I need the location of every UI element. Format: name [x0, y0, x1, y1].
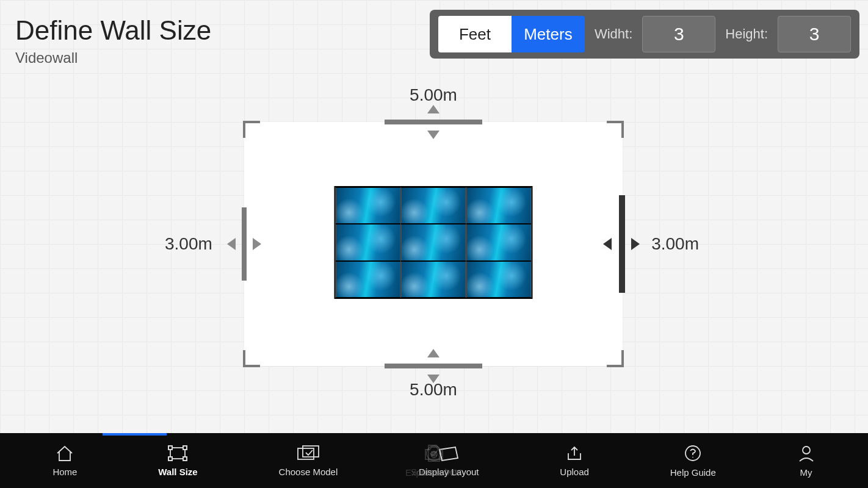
videowall-preview	[335, 186, 533, 299]
arrow-up-icon[interactable]	[427, 105, 439, 113]
active-tab-indicator	[103, 433, 167, 436]
width-input[interactable]: 3	[642, 16, 715, 52]
arrow-right-icon[interactable]	[631, 238, 640, 250]
nav-choose-model-label: Choose Model	[279, 467, 338, 477]
nav-upload[interactable]: Upload	[560, 445, 589, 477]
choose-model-icon	[297, 445, 320, 462]
display-panel	[466, 261, 532, 298]
dim-width-bottom: 5.00m	[410, 380, 457, 400]
page-title: Define Wall Size	[15, 15, 211, 46]
nav-home-label: Home	[52, 467, 77, 477]
display-panel	[466, 224, 532, 260]
corner-bottom-left[interactable]	[243, 350, 260, 367]
display-panel	[401, 261, 466, 298]
nav-save-label: Save	[424, 467, 444, 478]
save-icon	[425, 444, 443, 462]
nav-wall-size-label: Wall Size	[158, 467, 197, 477]
display-panel	[466, 187, 532, 224]
wall-rectangle[interactable]	[244, 122, 623, 366]
edge-handle-bottom[interactable]	[385, 364, 482, 368]
edge-handle-right[interactable]	[619, 195, 625, 293]
help-icon	[684, 444, 702, 462]
dim-width-top: 5.00m	[410, 85, 457, 105]
svg-rect-10	[303, 446, 319, 457]
display-panel	[401, 187, 466, 224]
dim-height-right: 3.00m	[651, 234, 699, 254]
nav-home[interactable]: Home	[52, 445, 77, 477]
unit-toggle: Feet Meters	[438, 16, 585, 52]
svg-rect-9	[298, 448, 314, 459]
arrow-right-inner-icon[interactable]	[253, 238, 261, 250]
wall-size-controls: Feet Meters Widht: 3 Height: 3	[430, 10, 859, 59]
edge-handle-left[interactable]	[242, 207, 247, 281]
corner-top-right[interactable]	[607, 121, 624, 138]
nav-help-guide[interactable]: Help Guide	[670, 444, 716, 478]
arrow-left-inner-icon[interactable]	[603, 238, 612, 250]
wall-size-icon	[167, 445, 188, 462]
home-icon	[55, 445, 74, 462]
unit-meters-button[interactable]: Meters	[512, 16, 585, 52]
user-icon	[797, 444, 816, 462]
svg-point-12	[427, 446, 441, 461]
display-panel	[336, 261, 401, 298]
unit-feet-button[interactable]: Feet	[438, 16, 512, 52]
nav-help-guide-label: Help Guide	[670, 467, 716, 478]
height-input[interactable]: 3	[778, 16, 851, 52]
corner-bottom-right[interactable]	[607, 350, 624, 367]
display-panel	[336, 224, 401, 260]
nav-choose-model[interactable]: Choose Model	[279, 445, 338, 477]
nav-wall-size[interactable]: Wall Size	[158, 445, 197, 477]
nav-my[interactable]: My	[797, 444, 816, 478]
corner-top-left[interactable]	[243, 121, 260, 138]
width-label: Widht:	[595, 26, 632, 42]
dim-height-left: 3.00m	[165, 234, 212, 254]
nav-my-label: My	[800, 467, 812, 478]
display-panel	[401, 224, 466, 260]
svg-point-14	[803, 447, 810, 454]
display-panel	[336, 187, 401, 224]
page-subtitle: Videowall	[15, 49, 211, 66]
nav-save[interactable]: Save	[424, 444, 444, 478]
nav-upload-label: Upload	[560, 467, 589, 477]
bottom-nav: Home Wall Size Choose Model Display Layo…	[0, 433, 868, 488]
arrow-down-inner-icon[interactable]	[427, 131, 439, 139]
arrow-up-inner-icon[interactable]	[427, 349, 439, 357]
edge-handle-top[interactable]	[385, 120, 482, 124]
height-label: Height:	[725, 26, 768, 42]
upload-icon	[565, 445, 584, 462]
arrow-left-icon[interactable]	[227, 238, 236, 250]
wall-canvas[interactable]: 5.00m 5.00m 3.00m 3.00m	[244, 122, 623, 366]
